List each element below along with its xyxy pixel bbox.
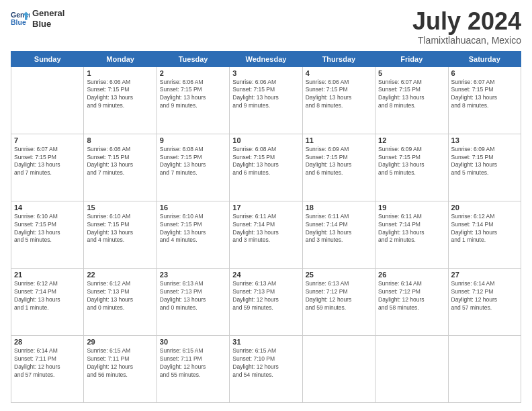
table-row bbox=[302, 335, 375, 402]
calendar-week-row: 28Sunrise: 6:14 AMSunset: 7:11 PMDayligh… bbox=[11, 335, 521, 402]
day-info: Sunrise: 6:14 AMSunset: 7:11 PMDaylight:… bbox=[14, 347, 81, 379]
logo-line2: Blue bbox=[32, 19, 64, 30]
day-info: Sunrise: 6:11 AMSunset: 7:14 PMDaylight:… bbox=[306, 213, 372, 245]
day-number: 22 bbox=[87, 271, 153, 279]
day-number: 28 bbox=[14, 338, 81, 346]
table-row: 13Sunrise: 6:09 AMSunset: 7:15 PMDayligh… bbox=[448, 134, 521, 201]
day-info: Sunrise: 6:15 AMSunset: 7:10 PMDaylight:… bbox=[232, 347, 299, 379]
calendar-week-row: 21Sunrise: 6:12 AMSunset: 7:14 PMDayligh… bbox=[11, 268, 521, 335]
table-row: 1Sunrise: 6:06 AMSunset: 7:15 PMDaylight… bbox=[84, 66, 157, 134]
col-friday: Friday bbox=[375, 51, 448, 66]
table-row: 19Sunrise: 6:11 AMSunset: 7:14 PMDayligh… bbox=[375, 201, 448, 268]
table-row: 3Sunrise: 6:06 AMSunset: 7:15 PMDaylight… bbox=[230, 66, 302, 134]
day-number: 12 bbox=[378, 136, 445, 144]
table-row: 18Sunrise: 6:11 AMSunset: 7:14 PMDayligh… bbox=[302, 201, 375, 268]
table-row: 14Sunrise: 6:10 AMSunset: 7:15 PMDayligh… bbox=[11, 201, 84, 268]
table-row: 29Sunrise: 6:15 AMSunset: 7:11 PMDayligh… bbox=[84, 335, 157, 402]
day-info: Sunrise: 6:12 AMSunset: 7:13 PMDaylight:… bbox=[87, 280, 153, 312]
day-info: Sunrise: 6:08 AMSunset: 7:15 PMDaylight:… bbox=[87, 146, 153, 178]
calendar-week-row: 7Sunrise: 6:07 AMSunset: 7:15 PMDaylight… bbox=[11, 134, 521, 201]
day-info: Sunrise: 6:06 AMSunset: 7:15 PMDaylight:… bbox=[306, 79, 372, 111]
day-info: Sunrise: 6:10 AMSunset: 7:15 PMDaylight:… bbox=[14, 213, 81, 245]
page: General Blue General Blue July 2024 Tlam… bbox=[0, 0, 532, 411]
day-number: 23 bbox=[160, 271, 226, 279]
day-info: Sunrise: 6:06 AMSunset: 7:15 PMDaylight:… bbox=[232, 79, 299, 111]
day-info: Sunrise: 6:07 AMSunset: 7:15 PMDaylight:… bbox=[378, 79, 445, 111]
col-saturday: Saturday bbox=[448, 51, 521, 66]
day-number: 16 bbox=[160, 203, 226, 212]
header: General Blue General Blue July 2024 Tlam… bbox=[11, 8, 521, 46]
day-info: Sunrise: 6:11 AMSunset: 7:14 PMDaylight:… bbox=[232, 213, 299, 245]
day-number: 24 bbox=[232, 271, 299, 279]
table-row: 21Sunrise: 6:12 AMSunset: 7:14 PMDayligh… bbox=[11, 268, 84, 335]
table-row bbox=[375, 335, 448, 402]
day-info: Sunrise: 6:06 AMSunset: 7:15 PMDaylight:… bbox=[87, 79, 153, 111]
day-number: 25 bbox=[306, 271, 372, 279]
day-number: 5 bbox=[378, 69, 445, 77]
table-row: 16Sunrise: 6:10 AMSunset: 7:15 PMDayligh… bbox=[157, 201, 229, 268]
day-info: Sunrise: 6:13 AMSunset: 7:13 PMDaylight:… bbox=[232, 280, 299, 312]
table-row bbox=[448, 335, 521, 402]
table-row: 12Sunrise: 6:09 AMSunset: 7:15 PMDayligh… bbox=[375, 134, 448, 201]
table-row: 7Sunrise: 6:07 AMSunset: 7:15 PMDaylight… bbox=[11, 134, 84, 201]
day-number: 13 bbox=[451, 136, 518, 144]
month-title: July 2024 bbox=[412, 8, 521, 35]
table-row: 2Sunrise: 6:06 AMSunset: 7:15 PMDaylight… bbox=[157, 66, 229, 134]
day-info: Sunrise: 6:13 AMSunset: 7:12 PMDaylight:… bbox=[306, 280, 372, 312]
day-number: 1 bbox=[87, 69, 153, 77]
table-row: 8Sunrise: 6:08 AMSunset: 7:15 PMDaylight… bbox=[84, 134, 157, 201]
day-info: Sunrise: 6:15 AMSunset: 7:11 PMDaylight:… bbox=[160, 347, 226, 379]
table-row: 10Sunrise: 6:08 AMSunset: 7:15 PMDayligh… bbox=[230, 134, 302, 201]
day-info: Sunrise: 6:10 AMSunset: 7:15 PMDaylight:… bbox=[160, 213, 226, 245]
day-info: Sunrise: 6:08 AMSunset: 7:15 PMDaylight:… bbox=[232, 146, 299, 178]
day-number: 19 bbox=[378, 203, 445, 212]
logo-text: General Blue bbox=[32, 8, 64, 29]
calendar-table: Sunday Monday Tuesday Wednesday Thursday… bbox=[11, 51, 521, 403]
day-info: Sunrise: 6:12 AMSunset: 7:14 PMDaylight:… bbox=[14, 280, 81, 312]
day-number: 9 bbox=[160, 136, 226, 144]
day-number: 10 bbox=[232, 136, 299, 144]
table-row: 30Sunrise: 6:15 AMSunset: 7:11 PMDayligh… bbox=[157, 335, 229, 402]
location-title: Tlamixtlahuacan, Mexico bbox=[412, 35, 521, 46]
day-number: 11 bbox=[306, 136, 372, 144]
day-number: 3 bbox=[232, 69, 299, 77]
day-number: 4 bbox=[306, 69, 372, 77]
day-number: 6 bbox=[451, 69, 518, 77]
day-number: 18 bbox=[306, 203, 372, 212]
table-row: 5Sunrise: 6:07 AMSunset: 7:15 PMDaylight… bbox=[375, 66, 448, 134]
logo: General Blue General Blue bbox=[11, 8, 64, 29]
col-tuesday: Tuesday bbox=[157, 51, 229, 66]
day-info: Sunrise: 6:09 AMSunset: 7:15 PMDaylight:… bbox=[378, 146, 445, 178]
day-info: Sunrise: 6:12 AMSunset: 7:14 PMDaylight:… bbox=[451, 213, 518, 245]
day-number: 31 bbox=[232, 338, 299, 346]
day-info: Sunrise: 6:10 AMSunset: 7:15 PMDaylight:… bbox=[87, 213, 153, 245]
day-info: Sunrise: 6:15 AMSunset: 7:11 PMDaylight:… bbox=[87, 347, 153, 379]
calendar-header-row: Sunday Monday Tuesday Wednesday Thursday… bbox=[11, 51, 521, 66]
table-row: 6Sunrise: 6:07 AMSunset: 7:15 PMDaylight… bbox=[448, 66, 521, 134]
day-info: Sunrise: 6:13 AMSunset: 7:13 PMDaylight:… bbox=[160, 280, 226, 312]
table-row: 23Sunrise: 6:13 AMSunset: 7:13 PMDayligh… bbox=[157, 268, 229, 335]
col-monday: Monday bbox=[84, 51, 157, 66]
table-row: 31Sunrise: 6:15 AMSunset: 7:10 PMDayligh… bbox=[230, 335, 302, 402]
table-row bbox=[11, 66, 84, 134]
table-row: 17Sunrise: 6:11 AMSunset: 7:14 PMDayligh… bbox=[230, 201, 302, 268]
table-row: 28Sunrise: 6:14 AMSunset: 7:11 PMDayligh… bbox=[11, 335, 84, 402]
table-row: 24Sunrise: 6:13 AMSunset: 7:13 PMDayligh… bbox=[230, 268, 302, 335]
table-row: 22Sunrise: 6:12 AMSunset: 7:13 PMDayligh… bbox=[84, 268, 157, 335]
day-info: Sunrise: 6:07 AMSunset: 7:15 PMDaylight:… bbox=[451, 79, 518, 111]
day-number: 7 bbox=[14, 136, 81, 144]
day-number: 17 bbox=[232, 203, 299, 212]
day-info: Sunrise: 6:11 AMSunset: 7:14 PMDaylight:… bbox=[378, 213, 445, 245]
calendar-week-row: 14Sunrise: 6:10 AMSunset: 7:15 PMDayligh… bbox=[11, 201, 521, 268]
day-info: Sunrise: 6:09 AMSunset: 7:15 PMDaylight:… bbox=[306, 146, 372, 178]
table-row: 11Sunrise: 6:09 AMSunset: 7:15 PMDayligh… bbox=[302, 134, 375, 201]
day-info: Sunrise: 6:06 AMSunset: 7:15 PMDaylight:… bbox=[160, 79, 226, 111]
logo-icon: General Blue bbox=[11, 9, 30, 28]
col-wednesday: Wednesday bbox=[230, 51, 302, 66]
day-number: 27 bbox=[451, 271, 518, 279]
day-number: 26 bbox=[378, 271, 445, 279]
day-number: 14 bbox=[14, 203, 81, 212]
day-info: Sunrise: 6:09 AMSunset: 7:15 PMDaylight:… bbox=[451, 146, 518, 178]
day-number: 29 bbox=[87, 338, 153, 346]
day-number: 2 bbox=[160, 69, 226, 77]
